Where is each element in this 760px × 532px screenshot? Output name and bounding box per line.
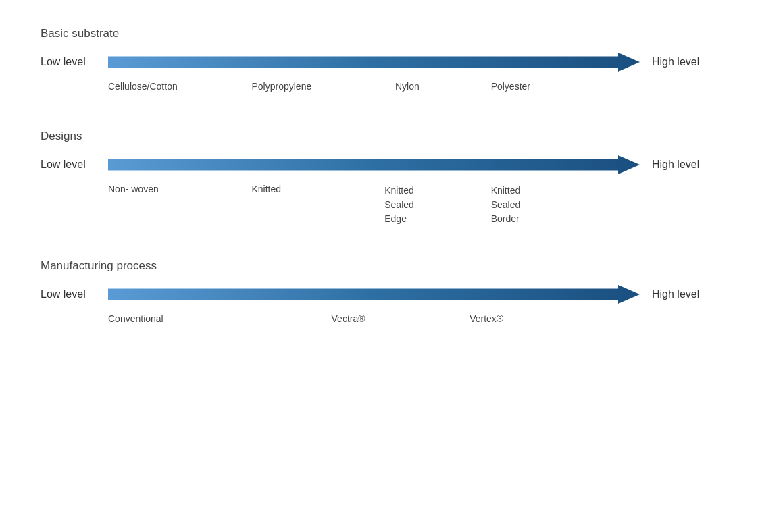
label-knitted-sealed-border: KnittedSealedBorder [491,184,521,226]
arrow-row-designs: Low level High level [41,155,719,174]
low-level-label-1: Low level [41,56,108,68]
low-level-label-3: Low level [41,288,108,300]
arrow-body-2 [108,155,640,174]
arrow-designs [108,155,640,174]
section-title-designs: Designs [41,130,719,143]
labels-row-2: Non- woven Knitted KnittedSealedEdge Kni… [108,184,640,227]
labels-row-1: Cellulose/Cotton Polypropylene Nylon Pol… [108,81,640,97]
arrow-body-1 [108,53,640,72]
label-polyester: Polyester [491,81,530,92]
section-designs: Designs Low level High level Non- woven … [41,130,719,227]
section-basic-substrate: Basic substrate Low level High level Cel… [41,27,719,97]
section-manufacturing: Manufacturing process Low level High lev… [41,259,719,329]
label-polypropylene: Polypropylene [251,81,311,92]
high-level-label-2: High level [652,159,719,171]
low-level-label-2: Low level [41,159,108,171]
s1-labels: Cellulose/Cotton Polypropylene Nylon Pol… [108,81,640,97]
arrow-row-basic-substrate: Low level High level [41,53,719,72]
high-level-label-3: High level [652,288,719,300]
arrow-manufacturing [108,285,640,304]
label-cellulose: Cellulose/Cotton [108,81,178,92]
arrow-row-manufacturing: Low level High level [41,285,719,304]
label-knitted-sealed-edge: KnittedSealedEdge [384,184,414,226]
page-container: Basic substrate Low level High level Cel… [0,0,760,532]
section-title-manufacturing: Manufacturing process [41,259,719,273]
label-conventional: Conventional [108,313,163,324]
high-level-label-1: High level [652,56,719,68]
label-knitted-1: Knitted [251,184,281,194]
s2-labels: Non- woven Knitted KnittedSealedEdge Kni… [108,184,640,227]
arrow-body-3 [108,285,640,304]
arrow-basic-substrate [108,53,640,72]
s3-labels: Conventional Vectra® Vertex® [108,313,640,329]
label-vertex: Vertex® [470,313,503,324]
label-nylon: Nylon [395,81,420,92]
section-title-basic-substrate: Basic substrate [41,27,719,41]
label-non-woven: Non- woven [108,184,159,194]
label-vectra: Vectra® [332,313,365,324]
labels-row-3: Conventional Vectra® Vertex® [108,313,640,329]
